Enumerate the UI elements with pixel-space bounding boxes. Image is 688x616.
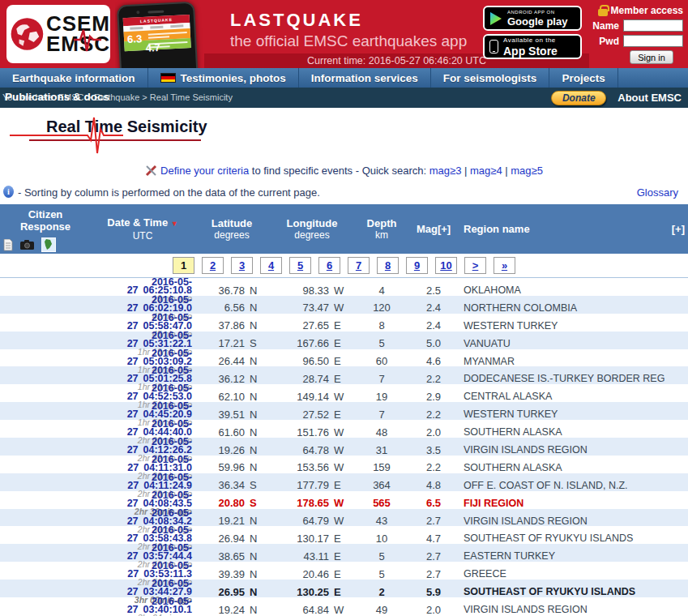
camera-icon[interactable] <box>20 240 34 250</box>
page-current[interactable]: 1 <box>173 257 194 274</box>
depth-cell: 19 <box>355 391 408 403</box>
region-cell[interactable]: VIRGIN ISLANDS REGION <box>459 515 671 527</box>
page-link[interactable]: 2 <box>202 257 224 274</box>
latitude-cell: 19.24 <box>194 604 248 616</box>
nav-item-testimonies-photos[interactable]: Testimonies, photos <box>148 68 299 88</box>
region-cell[interactable]: GREECE <box>459 568 671 580</box>
nav-item-for-seismologists[interactable]: For seismologists <box>431 68 550 88</box>
region-cell[interactable]: FIJI REGION <box>459 498 671 509</box>
table-row[interactable]: 2016-05-2704:11:24.9 2hr 33min ago 36.34… <box>0 473 688 491</box>
section-title[interactable]: Publications & docs <box>5 91 109 103</box>
sort-desc-icon[interactable]: ▼ <box>171 220 178 228</box>
longitude-header[interactable]: Longitudedegrees <box>269 217 355 242</box>
region-header[interactable]: Region name <box>459 223 671 235</box>
longitude-cell: 28.74 <box>269 373 332 385</box>
page-last[interactable]: » <box>494 257 515 274</box>
date-time-header[interactable]: Date & Time ▼ UTC <box>91 216 194 242</box>
nav-item-information-services[interactable]: Information services <box>299 68 431 88</box>
depth-cell: 31 <box>355 444 408 456</box>
page-link[interactable]: 10 <box>435 257 457 274</box>
table-row[interactable]: 2016-05-2704:08:43.5 2hr 36min ago 20.80… <box>0 491 688 509</box>
latitude-dir-cell: N <box>248 550 269 563</box>
pwd-field[interactable] <box>623 35 683 47</box>
region-cell[interactable]: EASTERN TURKEY <box>459 550 671 562</box>
region-cell[interactable]: OKLAHOMA <box>459 284 671 296</box>
table-row[interactable]: 2016-05-2703:44:27.9 3hr 00min ago 26.95… <box>0 580 688 597</box>
table-row[interactable]: 2016-05-2703:57:44.4 2hr 46min ago 38.65… <box>0 544 688 562</box>
table-row[interactable]: 2016-05-2704:12:26.2 2hr 32min ago 19.26… <box>0 438 688 456</box>
table-row[interactable]: 2016-05-2704:11:31.0 2hr 33min ago 59.96… <box>0 456 688 473</box>
donate-button[interactable]: Donate <box>551 91 606 105</box>
region-cell[interactable]: MYANMAR <box>459 356 671 367</box>
table-header: Citizen Response Date & Time ▼ UTC Latit… <box>0 204 688 254</box>
magnitude-header[interactable]: Mag[+] <box>408 223 459 235</box>
page-link[interactable]: 8 <box>377 257 399 274</box>
define-criteria-link[interactable]: Define your criteria <box>160 165 249 177</box>
table-row[interactable]: 2016-05-2704:08:34.2 2hr 36min ago 19.21… <box>0 509 688 527</box>
region-cell[interactable]: WESTERN TURKEY <box>459 409 671 420</box>
nav-item-earthquake-information[interactable]: Earthquake information <box>0 68 148 88</box>
nav-item-projects[interactable]: Projects <box>549 68 617 88</box>
region-cell[interactable]: VANUATU <box>459 338 671 349</box>
table-row[interactable]: 2016-05-2703:40:10.1 3hr 04min ago 19.24… <box>0 597 688 615</box>
table-row[interactable]: 2016-05-2706:25:10.8 19min ago 36.78 N 9… <box>0 278 688 296</box>
region-cell[interactable]: DODECANESE IS.-TURKEY BORDER REG <box>459 373 671 384</box>
table-row[interactable]: 2016-05-2704:52:53.0 1hr 51min ago 62.10… <box>0 384 688 402</box>
table-row[interactable]: 2016-05-2703:58:43.8 2hr 46min ago 26.94… <box>0 526 688 544</box>
longitude-dir-cell: W <box>332 284 355 297</box>
table-row[interactable]: 2016-05-2703:53:11.3 2hr 51min ago 39.39… <box>0 562 688 580</box>
latitude-header[interactable]: Latitudedegrees <box>194 217 269 242</box>
quick-search-mag4[interactable]: mag≥4 <box>470 165 502 177</box>
magnitude-cell: 2.0 <box>408 604 459 616</box>
table-row[interactable]: 2016-05-2704:44:40.0 2hr 00min ago 61.60… <box>0 420 688 438</box>
sorting-note-row: i - Sorting by column is performed on th… <box>0 182 688 204</box>
seismogram-icon <box>10 114 123 155</box>
page-link[interactable]: 5 <box>289 257 311 274</box>
table-row[interactable]: 2016-05-2706:02:19.0 42min ago 6.56 N 73… <box>0 296 688 314</box>
page-next[interactable]: > <box>464 257 486 274</box>
longitude-dir-cell: W <box>332 391 355 403</box>
region-cell[interactable]: SOUTHERN ALASKA <box>459 426 671 438</box>
region-cell[interactable]: SOUTHEAST OF RYUKYU ISLANDS <box>459 586 671 597</box>
longitude-cell: 64.84 <box>269 604 332 616</box>
quick-search-mag5[interactable]: mag≥5 <box>511 165 543 177</box>
table-row[interactable]: 2016-05-2705:01:25.8 1hr 43min ago 36.12… <box>0 366 688 384</box>
latitude-cell: 20.80 <box>194 497 248 509</box>
region-cell[interactable]: SOUTHEAST OF RYUKYU ISLANDS <box>459 533 671 544</box>
sign-in-button[interactable]: Sign in <box>630 50 673 64</box>
latitude-cell: 36.78 <box>194 284 248 297</box>
sorting-note: - Sorting by column is performed on the … <box>18 186 320 199</box>
region-cell[interactable]: NORTHERN COLOMBIA <box>459 302 671 314</box>
expand-columns-button[interactable]: [+] <box>671 223 688 235</box>
longitude-dir-cell: E <box>332 337 355 349</box>
app-store-badge[interactable]: Available on the App Store <box>483 34 582 59</box>
page-link[interactable]: 6 <box>318 257 340 274</box>
table-row[interactable]: 2016-05-2704:45:20.9 1hr 59min ago 39.51… <box>0 402 688 420</box>
depth-header[interactable]: Depthkm <box>355 217 408 242</box>
table-row[interactable]: 2016-05-2705:03:09.2 1hr 41min ago 26.44… <box>0 349 688 367</box>
page-link[interactable]: 4 <box>260 257 282 274</box>
date-cell[interactable]: 2016-05-2703:40:10.1 3hr 04min ago <box>91 597 194 616</box>
map-icon[interactable] <box>41 237 56 252</box>
quick-search-mag3[interactable]: mag≥3 <box>429 165 462 177</box>
region-cell[interactable]: SOUTHERN ALASKA <box>459 462 671 473</box>
page-link[interactable]: 9 <box>406 257 428 274</box>
google-play-badge[interactable]: ANDROID APP ON Google play <box>483 6 582 31</box>
magnitude-cell: 2.7 <box>408 568 459 580</box>
document-icon[interactable] <box>3 239 13 251</box>
emsc-logo[interactable]: CSEM EMSC <box>6 5 110 63</box>
table-row[interactable]: 2016-05-2705:58:47.0 45min ago 37.86 N 2… <box>0 314 688 332</box>
table-row[interactable]: 2016-05-2705:31:22.1 1hr 13min ago 17.21… <box>0 332 688 349</box>
about-emsc-link[interactable]: About EMSC <box>617 92 682 104</box>
page-link[interactable]: 7 <box>348 257 370 274</box>
region-cell[interactable]: WESTERN TURKEY <box>459 320 671 332</box>
region-cell[interactable]: VIRGIN ISLANDS REGION <box>459 604 671 615</box>
latitude-cell: 61.60 <box>194 426 248 438</box>
glossary-link[interactable]: Glossary <box>637 186 678 199</box>
region-cell[interactable]: CENTRAL ALASKA <box>459 391 671 402</box>
region-cell[interactable]: OFF E. COAST OF N. ISLAND, N.Z. <box>459 480 671 491</box>
magnitude-cell: 2.4 <box>408 319 459 332</box>
name-field[interactable] <box>623 19 683 32</box>
page-link[interactable]: 3 <box>231 257 253 274</box>
region-cell[interactable]: VIRGIN ISLANDS REGION <box>459 444 671 456</box>
